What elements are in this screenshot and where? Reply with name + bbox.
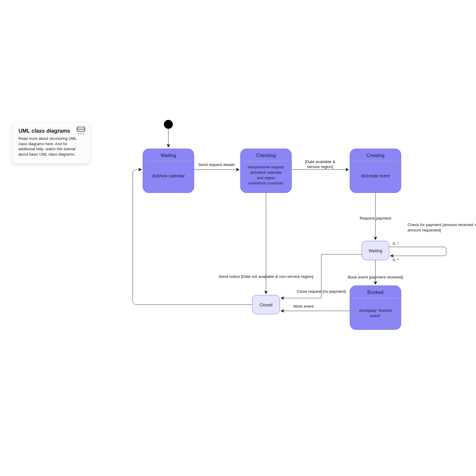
initial-state <box>164 120 173 129</box>
state-booked: Booked do/display "booked event" <box>350 286 401 330</box>
svg-text:Checking: Checking <box>256 153 276 158</box>
edge-label-send-notice: Send notice [Date not available & non-se… <box>219 274 313 279</box>
multiplicity-bottom: 0..* <box>393 258 399 262</box>
multiplicity-top: 0..* <box>393 241 399 246</box>
svg-text:event": event" <box>370 314 381 318</box>
edge-label-date-available-2: service region] <box>307 165 333 169</box>
state-diagram: Waiting do/show calendar Checking entry/… <box>0 0 476 476</box>
state-creating: Creating do/create event <box>350 149 401 193</box>
edge-label-close-request: Close request [no payment] <box>297 289 346 294</box>
svg-text:exit/inform customer: exit/inform customer <box>248 181 284 185</box>
state-checking: Checking entry/receive request do/check … <box>240 149 292 193</box>
svg-text:Waiting: Waiting <box>161 153 176 158</box>
svg-text:and region: and region <box>257 176 275 180</box>
state-waiting: Waiting do/show calendar <box>143 149 194 193</box>
svg-text:do/check calendar: do/check calendar <box>250 170 282 175</box>
svg-text:Booked: Booked <box>367 290 383 295</box>
svg-text:Creating: Creating <box>367 153 384 158</box>
edge-selfloop-waitingpay <box>389 247 446 256</box>
svg-text:Waiting: Waiting <box>369 248 382 253</box>
svg-text:entry/receive request: entry/receive request <box>248 165 284 169</box>
edge-label-work-event: Work event <box>293 304 314 309</box>
edge-label-request-payment: Request payment <box>360 216 391 220</box>
svg-text:do/create event: do/create event <box>361 173 390 178</box>
svg-text:do/display "booked: do/display "booked <box>359 308 392 313</box>
edge-label-date-available-1: [Date available & <box>305 159 335 164</box>
svg-text:Closed: Closed <box>259 303 273 307</box>
edge-label-book-event: Book event [payment received] <box>348 275 403 279</box>
state-closed: Closed <box>252 295 280 314</box>
edge-label-check-payment-1: Check for payment [amount received < <box>408 223 476 227</box>
edge-label-send-request: Send request details <box>198 162 235 167</box>
svg-text:do/show calendar: do/show calendar <box>152 173 185 178</box>
state-waiting-payment: Waiting <box>362 241 389 260</box>
edge-label-check-payment-2: amount requested] <box>408 228 441 232</box>
